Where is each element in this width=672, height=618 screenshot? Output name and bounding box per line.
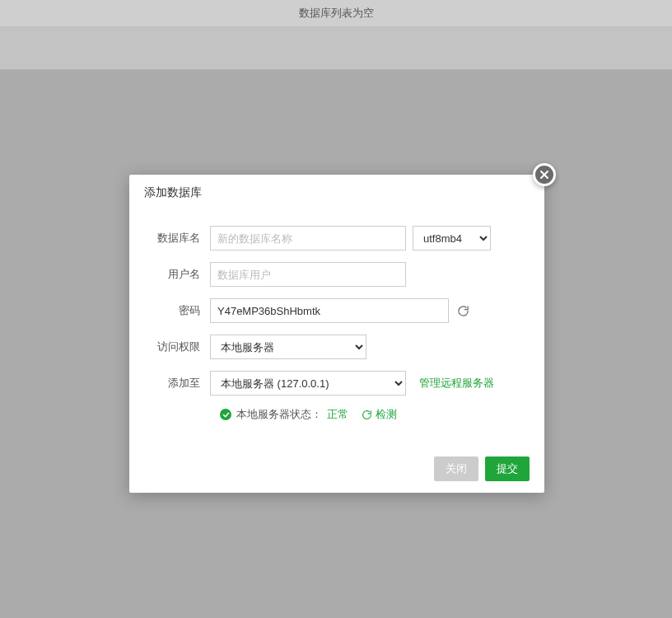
label-password: 密码 (144, 303, 210, 318)
status-prefix: 本地服务器状态： (236, 407, 322, 422)
label-addto: 添加至 (144, 376, 210, 391)
modal-title: 添加数据库 (129, 175, 544, 211)
label-dbname: 数据库名 (144, 231, 210, 246)
status-ok-icon (220, 409, 231, 420)
modal-close-button[interactable] (533, 163, 556, 186)
manage-remote-link[interactable]: 管理远程服务器 (419, 376, 494, 391)
close-button[interactable]: 关闭 (434, 456, 478, 481)
modal-footer: 关闭 提交 (129, 445, 544, 493)
row-addto: 添加至 本地服务器 (127.0.0.1) 管理远程服务器 (144, 371, 530, 396)
submit-button[interactable]: 提交 (485, 456, 530, 481)
recheck-label: 检测 (376, 407, 397, 422)
label-access: 访问权限 (144, 339, 210, 354)
server-status-row: 本地服务器状态： 正常 检测 (220, 407, 530, 422)
db-name-input[interactable] (210, 226, 406, 250)
access-select[interactable]: 本地服务器 (210, 335, 366, 359)
row-access: 访问权限 本地服务器 (144, 335, 530, 359)
refresh-icon (457, 305, 469, 317)
row-dbname: 数据库名 utf8mb4 (144, 226, 530, 250)
refresh-small-icon (362, 410, 372, 420)
row-password: 密码 (144, 298, 530, 323)
addto-select[interactable]: 本地服务器 (127.0.0.1) (210, 371, 406, 396)
page-header-bar: 数据库列表为空 (0, 0, 672, 27)
status-value: 正常 (327, 407, 348, 422)
regenerate-password-button[interactable] (455, 303, 470, 318)
page-subheader-bar (0, 27, 672, 70)
row-username: 用户名 (144, 262, 530, 287)
label-username: 用户名 (144, 267, 210, 282)
check-icon (222, 411, 230, 419)
username-input[interactable] (210, 262, 406, 287)
close-icon (539, 170, 549, 180)
password-input[interactable] (210, 298, 449, 323)
modal-body: 数据库名 utf8mb4 用户名 密码 访问权 (129, 211, 544, 428)
charset-select[interactable]: utf8mb4 (413, 226, 491, 250)
add-database-modal: 添加数据库 数据库名 utf8mb4 用户名 密码 (129, 175, 544, 493)
empty-db-message: 数据库列表为空 (299, 6, 374, 21)
recheck-status-button[interactable]: 检测 (362, 407, 397, 422)
